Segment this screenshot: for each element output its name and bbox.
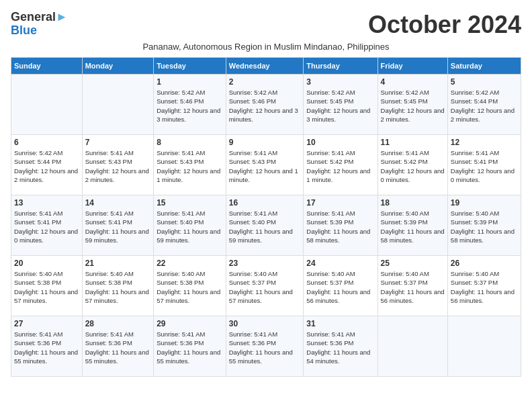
day-number: 20 xyxy=(14,259,79,268)
logo: General► Blue xyxy=(11,11,68,38)
sunrise-text: Sunrise: 5:41 AM xyxy=(306,330,374,338)
day-detail: Sunrise: 5:41 AMSunset: 5:36 PMDaylight:… xyxy=(14,330,79,365)
calendar-cell: 7Sunrise: 5:41 AMSunset: 5:43 PMDaylight… xyxy=(82,135,154,195)
sunset-text: Sunset: 5:45 PM xyxy=(306,97,374,105)
sunrise-text: Sunrise: 5:41 AM xyxy=(157,209,223,218)
sunset-text: Sunset: 5:42 PM xyxy=(306,157,374,166)
week-row-4: 20Sunrise: 5:40 AMSunset: 5:38 PMDayligh… xyxy=(11,256,521,316)
calendar-cell: 19Sunrise: 5:40 AMSunset: 5:39 PMDayligh… xyxy=(447,195,521,256)
day-number: 21 xyxy=(85,259,151,268)
calendar-cell: 27Sunrise: 5:41 AMSunset: 5:36 PMDayligh… xyxy=(11,316,83,377)
sunrise-text: Sunrise: 5:42 AM xyxy=(381,88,445,97)
day-detail: Sunrise: 5:41 AMSunset: 5:41 PMDaylight:… xyxy=(451,148,518,184)
daylight-text: Daylight: 12 hours and 2 minutes. xyxy=(381,106,445,124)
daylight-text: Daylight: 11 hours and 57 minutes. xyxy=(229,287,301,306)
day-number: 19 xyxy=(451,198,518,208)
calendar-cell: 22Sunrise: 5:40 AMSunset: 5:38 PMDayligh… xyxy=(154,256,226,316)
day-number: 28 xyxy=(85,319,151,328)
daylight-text: Daylight: 12 hours and 3 minutes. xyxy=(229,106,301,124)
sunrise-text: Sunrise: 5:40 AM xyxy=(306,269,374,278)
sunrise-text: Sunrise: 5:40 AM xyxy=(381,269,445,278)
daylight-text: Daylight: 11 hours and 55 minutes. xyxy=(229,348,301,366)
day-detail: Sunrise: 5:41 AMSunset: 5:43 PMDaylight:… xyxy=(157,148,223,184)
daylight-text: Daylight: 11 hours and 55 minutes. xyxy=(14,348,79,366)
sunset-text: Sunset: 5:39 PM xyxy=(451,218,518,226)
sunset-text: Sunset: 5:43 PM xyxy=(157,157,223,166)
month-title: October 2024 xyxy=(368,11,521,39)
sunrise-text: Sunrise: 5:42 AM xyxy=(14,148,79,157)
sunrise-text: Sunrise: 5:42 AM xyxy=(451,88,518,97)
weekday-header-friday: Friday xyxy=(378,58,447,75)
daylight-text: Daylight: 11 hours and 58 minutes. xyxy=(381,227,445,245)
daylight-text: Daylight: 12 hours and 2 minutes. xyxy=(85,167,151,185)
sunset-text: Sunset: 5:38 PM xyxy=(14,278,79,287)
calendar-cell xyxy=(11,75,83,135)
sunset-text: Sunset: 5:43 PM xyxy=(229,157,301,166)
day-detail: Sunrise: 5:42 AMSunset: 5:46 PMDaylight:… xyxy=(229,88,301,124)
sunset-text: Sunset: 5:44 PM xyxy=(451,97,518,105)
sunrise-text: Sunrise: 5:42 AM xyxy=(157,88,223,97)
daylight-text: Daylight: 11 hours and 57 minutes. xyxy=(85,287,151,306)
daylight-text: Daylight: 11 hours and 59 minutes. xyxy=(85,227,151,245)
day-number: 23 xyxy=(229,259,301,268)
calendar-cell: 12Sunrise: 5:41 AMSunset: 5:41 PMDayligh… xyxy=(447,135,521,195)
weekday-header-row: SundayMondayTuesdayWednesdayThursdayFrid… xyxy=(11,58,521,75)
sunset-text: Sunset: 5:46 PM xyxy=(229,97,301,105)
daylight-text: Daylight: 11 hours and 58 minutes. xyxy=(451,227,518,245)
day-detail: Sunrise: 5:41 AMSunset: 5:42 PMDaylight:… xyxy=(306,148,374,184)
calendar-cell: 14Sunrise: 5:41 AMSunset: 5:41 PMDayligh… xyxy=(82,195,154,256)
day-number: 15 xyxy=(157,198,223,208)
sunset-text: Sunset: 5:36 PM xyxy=(14,338,79,347)
calendar-cell: 21Sunrise: 5:40 AMSunset: 5:38 PMDayligh… xyxy=(82,256,154,316)
sunrise-text: Sunrise: 5:42 AM xyxy=(306,88,374,97)
sunrise-text: Sunrise: 5:41 AM xyxy=(14,209,79,218)
daylight-text: Daylight: 11 hours and 56 minutes. xyxy=(306,287,374,306)
day-number: 29 xyxy=(157,319,223,328)
daylight-text: Daylight: 12 hours and 3 minutes. xyxy=(306,106,374,124)
day-number: 16 xyxy=(229,198,301,208)
day-detail: Sunrise: 5:40 AMSunset: 5:38 PMDaylight:… xyxy=(157,269,223,305)
day-detail: Sunrise: 5:42 AMSunset: 5:44 PMDaylight:… xyxy=(14,148,79,184)
sunset-text: Sunset: 5:42 PM xyxy=(381,157,445,166)
daylight-text: Daylight: 12 hours and 0 minutes. xyxy=(14,227,79,245)
sunrise-text: Sunrise: 5:42 AM xyxy=(229,88,301,97)
sunset-text: Sunset: 5:41 PM xyxy=(14,218,79,226)
calendar-cell: 1Sunrise: 5:42 AMSunset: 5:46 PMDaylight… xyxy=(154,75,226,135)
day-number: 6 xyxy=(14,138,79,147)
sunrise-text: Sunrise: 5:41 AM xyxy=(85,148,151,157)
day-detail: Sunrise: 5:40 AMSunset: 5:39 PMDaylight:… xyxy=(451,209,518,244)
logo-line2: Blue xyxy=(11,24,68,38)
day-number: 10 xyxy=(306,138,374,147)
sunrise-text: Sunrise: 5:41 AM xyxy=(229,148,301,157)
day-number: 25 xyxy=(381,259,445,268)
week-row-5: 27Sunrise: 5:41 AMSunset: 5:36 PMDayligh… xyxy=(11,316,521,377)
day-detail: Sunrise: 5:42 AMSunset: 5:46 PMDaylight:… xyxy=(157,88,223,124)
sunset-text: Sunset: 5:44 PM xyxy=(14,157,79,166)
sunset-text: Sunset: 5:40 PM xyxy=(229,218,301,226)
day-number: 17 xyxy=(306,198,374,208)
day-detail: Sunrise: 5:40 AMSunset: 5:37 PMDaylight:… xyxy=(229,269,301,305)
sunset-text: Sunset: 5:46 PM xyxy=(157,97,223,105)
daylight-text: Daylight: 12 hours and 3 minutes. xyxy=(157,106,223,124)
day-detail: Sunrise: 5:41 AMSunset: 5:42 PMDaylight:… xyxy=(381,148,445,184)
weekday-header-sunday: Sunday xyxy=(11,58,83,75)
day-detail: Sunrise: 5:40 AMSunset: 5:39 PMDaylight:… xyxy=(381,209,445,244)
day-number: 30 xyxy=(229,319,301,328)
sunset-text: Sunset: 5:36 PM xyxy=(306,338,374,347)
sunrise-text: Sunrise: 5:40 AM xyxy=(381,209,445,218)
sunrise-text: Sunrise: 5:41 AM xyxy=(306,209,374,218)
sunset-text: Sunset: 5:36 PM xyxy=(85,338,151,347)
day-detail: Sunrise: 5:40 AMSunset: 5:38 PMDaylight:… xyxy=(14,269,79,305)
daylight-text: Daylight: 12 hours and 1 minute. xyxy=(157,167,223,185)
day-detail: Sunrise: 5:41 AMSunset: 5:36 PMDaylight:… xyxy=(306,330,374,365)
sunset-text: Sunset: 5:38 PM xyxy=(85,278,151,287)
sunset-text: Sunset: 5:36 PM xyxy=(229,338,301,347)
daylight-text: Daylight: 12 hours and 0 minutes. xyxy=(381,167,445,185)
sunset-text: Sunset: 5:38 PM xyxy=(157,278,223,287)
sunset-text: Sunset: 5:43 PM xyxy=(85,157,151,166)
daylight-text: Daylight: 12 hours and 1 minute. xyxy=(306,167,374,185)
day-number: 24 xyxy=(306,259,374,268)
calendar-cell: 29Sunrise: 5:41 AMSunset: 5:36 PMDayligh… xyxy=(154,316,226,377)
day-detail: Sunrise: 5:41 AMSunset: 5:36 PMDaylight:… xyxy=(85,330,151,365)
daylight-text: Daylight: 12 hours and 2 minutes. xyxy=(14,167,79,185)
